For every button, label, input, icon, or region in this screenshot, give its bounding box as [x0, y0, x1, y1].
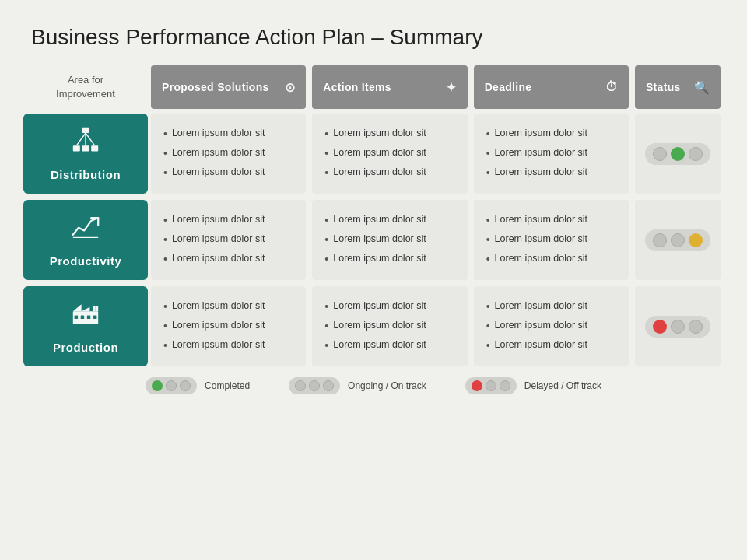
list-item: Lorem ipsum dolor sit: [486, 163, 616, 183]
svg-marker-13: [73, 305, 82, 312]
yellow-light: [689, 320, 703, 334]
legend: Completed Ongoing / On track Delayed / O…: [0, 377, 747, 394]
list-item: Lorem ipsum dolor sit: [486, 250, 616, 269]
distribution-status: [635, 114, 721, 194]
delayed-light-1: [472, 380, 482, 391]
production-category: Production: [23, 286, 148, 366]
production-status: [635, 286, 721, 366]
status-header: Status 🔍: [635, 65, 721, 109]
deadline-label: Deadline: [485, 81, 532, 93]
completed-lights: [146, 377, 197, 394]
distribution-category: Distribution: [23, 114, 148, 194]
green-light: [671, 147, 685, 161]
list-item: Lorem ipsum dolor sit: [486, 124, 616, 144]
list-item: Lorem ipsum dolor sit: [163, 211, 293, 230]
action-items-icon: ✦: [446, 80, 456, 95]
list-item: Lorem ipsum dolor sit: [163, 336, 293, 355]
productivity-status: [635, 200, 721, 280]
green-light: [671, 233, 685, 247]
main-table: Area forImprovement Proposed Solutions ⊙…: [23, 65, 724, 366]
list-item: Lorem ipsum dolor sit: [486, 230, 616, 250]
completed-light-2: [166, 380, 177, 391]
list-item: Lorem ipsum dolor sit: [486, 297, 616, 317]
legend-completed: Completed: [146, 377, 250, 394]
list-item: Lorem ipsum dolor sit: [163, 297, 293, 317]
list-item: Lorem ipsum dolor sit: [486, 336, 616, 355]
list-item: Lorem ipsum dolor sit: [324, 250, 454, 269]
list-item: Lorem ipsum dolor sit: [163, 317, 293, 336]
completed-light-1: [152, 380, 163, 391]
yellow-light: [689, 147, 703, 161]
deadline-icon: ⏱: [605, 80, 618, 94]
red-light: [653, 320, 667, 334]
distribution-label: Distribution: [51, 168, 121, 181]
productivity-label: Productivity: [50, 254, 122, 268]
red-light: [653, 147, 667, 161]
production-label: Production: [53, 341, 118, 354]
legend-ongoing: Ongoing / On track: [289, 377, 426, 394]
production-proposed: Lorem ipsum dolor sit Lorem ipsum dolor …: [151, 286, 306, 366]
productivity-deadline: Lorem ipsum dolor sit Lorem ipsum dolor …: [474, 200, 629, 280]
action-items-label: Action Items: [323, 81, 391, 93]
svg-rect-11: [87, 316, 91, 320]
distribution-actions: Lorem ipsum dolor sit Lorem ipsum dolor …: [312, 114, 467, 194]
distribution-deadline: Lorem ipsum dolor sit Lorem ipsum dolor …: [474, 114, 629, 194]
productivity-row: Productivity Lorem ipsum dolor sit Lorem…: [23, 200, 724, 280]
delayed-label: Delayed / Off track: [524, 380, 601, 391]
list-item: Lorem ipsum dolor sit: [324, 336, 454, 355]
svg-line-5: [86, 133, 95, 145]
list-item: Lorem ipsum dolor sit: [163, 163, 293, 183]
svg-rect-12: [93, 316, 97, 320]
list-item: Lorem ipsum dolor sit: [163, 230, 293, 250]
production-icon: [72, 299, 100, 333]
ongoing-light-2: [309, 380, 320, 391]
area-header: Area forImprovement: [23, 65, 148, 109]
production-traffic-lights: [645, 316, 710, 338]
list-item: Lorem ipsum dolor sit: [324, 163, 454, 183]
distribution-traffic-lights: [645, 143, 710, 165]
production-row: Production Lorem ipsum dolor sit Lorem i…: [23, 286, 724, 366]
green-light: [671, 320, 685, 334]
productivity-icon: [72, 212, 100, 247]
completed-label: Completed: [205, 380, 250, 391]
list-item: Lorem ipsum dolor sit: [163, 250, 293, 269]
proposed-solutions-header: Proposed Solutions ⊙: [151, 65, 306, 109]
list-item: Lorem ipsum dolor sit: [486, 317, 616, 336]
list-item: Lorem ipsum dolor sit: [163, 124, 293, 144]
productivity-traffic-lights: [645, 229, 710, 251]
ongoing-label: Ongoing / On track: [348, 380, 426, 391]
delayed-lights: [465, 377, 517, 394]
svg-rect-16: [96, 306, 99, 311]
status-label: Status: [646, 81, 681, 93]
red-light: [653, 233, 667, 247]
page-title: Business Performance Action Plan – Summa…: [0, 0, 747, 65]
status-icon: 🔍: [694, 80, 710, 95]
list-item: Lorem ipsum dolor sit: [324, 297, 454, 317]
deadline-header: Deadline ⏱: [474, 65, 629, 109]
distribution-icon: [72, 126, 100, 160]
distribution-proposed: Lorem ipsum dolor sit Lorem ipsum dolor …: [151, 114, 306, 194]
list-item: Lorem ipsum dolor sit: [324, 211, 454, 230]
distribution-row: Distribution Lorem ipsum dolor sit Lorem…: [23, 114, 724, 194]
svg-marker-14: [82, 307, 90, 311]
completed-light-3: [180, 380, 191, 391]
ongoing-light-1: [295, 380, 306, 391]
production-actions: Lorem ipsum dolor sit Lorem ipsum dolor …: [312, 286, 467, 366]
productivity-category: Productivity: [23, 200, 148, 280]
list-item: Lorem ipsum dolor sit: [486, 144, 616, 163]
svg-rect-15: [93, 306, 96, 311]
svg-rect-10: [81, 316, 85, 320]
ongoing-lights: [289, 377, 340, 394]
productivity-proposed: Lorem ipsum dolor sit Lorem ipsum dolor …: [151, 200, 306, 280]
svg-line-4: [76, 133, 86, 145]
delayed-light-2: [486, 380, 496, 391]
list-item: Lorem ipsum dolor sit: [486, 211, 616, 230]
list-item: Lorem ipsum dolor sit: [324, 317, 454, 336]
yellow-light: [689, 233, 703, 247]
svg-rect-0: [82, 128, 89, 133]
production-deadline: Lorem ipsum dolor sit Lorem ipsum dolor …: [474, 286, 629, 366]
svg-rect-1: [73, 146, 80, 152]
proposed-solutions-label: Proposed Solutions: [162, 81, 269, 93]
header-row: Area forImprovement Proposed Solutions ⊙…: [23, 65, 724, 109]
proposed-solutions-icon: ⊙: [285, 80, 295, 95]
